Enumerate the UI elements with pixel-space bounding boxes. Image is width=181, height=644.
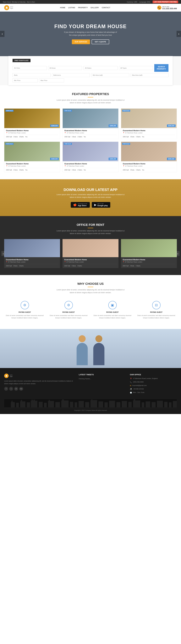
svg-rect-19 <box>79 401 84 408</box>
office-next-arrow[interactable]: › <box>176 251 180 256</box>
footer-about-col: CITY night Lorem ipsum dolor sit amet, c… <box>4 374 75 395</box>
status-dropdown[interactable]: All Status <box>83 66 118 70</box>
our-services-button[interactable]: OUR SERVICES <box>72 40 90 44</box>
svg-rect-35 <box>164 402 168 407</box>
property-meta: 2060 Sqft 3 Beds 3 Baths Yes <box>6 135 58 138</box>
svg-rect-2 <box>11 401 12 402</box>
hero-title: FIND YOUR DREAM HOUSE <box>54 24 127 30</box>
office-card-title: Guaranteed Modern Home <box>123 258 175 261</box>
nav-property[interactable]: PROPERTY <box>78 7 88 9</box>
svg-rect-24 <box>104 402 108 407</box>
why-icon-4: ⊟ <box>152 301 161 309</box>
office-prev-arrow[interactable]: ‹ <box>1 251 5 256</box>
max-price-dropdown[interactable]: Max Price <box>39 78 64 82</box>
office-card: Guaranteed Modern Home 📍 16 Tottenham Ro… <box>121 239 177 268</box>
social-facebook[interactable]: f <box>4 387 8 391</box>
language-selector[interactable]: Language: ENG <box>139 1 150 3</box>
person-left <box>77 335 88 365</box>
svg-rect-33 <box>152 402 156 407</box>
search-row-2: Beds Bathrooms Min Area (sqft) Max Area … <box>12 73 169 77</box>
office-card: Guaranteed Modern Home 📍 16 Tottenham Ro… <box>4 239 60 268</box>
beds: 3 Beds <box>72 265 76 267</box>
areas-dropdown[interactable]: All Areas <box>48 66 82 70</box>
nav-home[interactable]: HOME <box>60 7 65 9</box>
office-card-title: Guaranteed Modern Home <box>64 258 117 261</box>
sqft: 2060 Sqft <box>6 265 12 267</box>
office-card: Guaranteed Modern Home 📍 16 Tottenham Ro… <box>62 239 118 268</box>
office-card-title: Guaranteed Modern Home <box>6 258 58 261</box>
header-right: 📞 Call Us Now 111.222.333.444 <box>157 6 177 10</box>
appstore-text: Download on the App Store <box>78 203 87 206</box>
why-item: ⚙ PAYING GUEST Dolor sit amet consectetu… <box>4 298 45 322</box>
get-quote-button[interactable]: GET A QUOTE <box>92 40 109 44</box>
search-tab[interactable]: FIND YOUR PLACE <box>12 59 30 62</box>
hero-prev-arrow[interactable]: ‹ <box>0 31 4 37</box>
currency-selector[interactable]: Currency: USD <box>127 1 137 3</box>
for-sale-badge: FOR SALE <box>5 143 13 145</box>
hero-next-arrow[interactable]: › <box>177 31 181 37</box>
svg-rect-5 <box>21 400 22 402</box>
phone-number: 111.222.333.444 <box>162 8 177 10</box>
hero-buttons: OUR SERVICES GET A QUOTE <box>54 40 127 44</box>
parking: Yes <box>84 169 86 171</box>
svg-rect-36 <box>169 402 172 407</box>
baths: 3 Baths <box>77 265 82 267</box>
sqft: 2060 Sqft <box>6 169 12 171</box>
property-image: FOR SALE $389,000 <box>4 108 60 128</box>
svg-rect-26 <box>116 402 120 407</box>
property-card: FOR SALE $389,000 Guaranteed Modern Home… <box>62 108 118 139</box>
logo[interactable]: CITY night <box>4 5 13 10</box>
svg-rect-10 <box>39 402 43 407</box>
property-info: Guaranteed Modern Home 📍 16 Tottenham Ro… <box>4 161 60 172</box>
office-address: 📍 4 Tottenham Road London, England <box>130 378 177 380</box>
price-badge: $389,000 <box>50 158 59 160</box>
nav-gallery[interactable]: GALLERY <box>90 7 99 9</box>
office-subtitle: Lorem ipsum dolor sit amet, consectetur … <box>56 230 125 235</box>
property-meta: 2060 Sqft 3 Beds 2 Baths Yes <box>64 135 117 138</box>
top-bar-left: Open Hours: Monday to Saturday - 8am to … <box>3 1 35 3</box>
svg-rect-31 <box>142 402 144 407</box>
beds-dropdown[interactable]: Beds <box>12 73 50 77</box>
skyline-svg <box>4 399 177 408</box>
property-meta: 2060 Sqft 3 Beds 3 Baths Yes <box>123 135 175 138</box>
svg-rect-6 <box>27 402 30 407</box>
googleplay-name: Google play <box>97 204 108 206</box>
max-area-dropdown[interactable]: Max Area (sqft) <box>131 73 169 77</box>
nav-contact[interactable]: CONTACT <box>102 7 110 9</box>
parking: Yes <box>84 136 86 138</box>
fax-icon: 📠 <box>130 388 132 390</box>
social-rss[interactable]: rss <box>19 387 23 391</box>
types-dropdown[interactable]: All Types <box>119 66 153 70</box>
social-linkedin[interactable]: in <box>14 387 18 391</box>
app-section: Download Our Latest App Lorem ipsum dolo… <box>0 179 181 216</box>
clock-icon: 🕐 <box>130 392 132 394</box>
nav-listing[interactable]: LISTING <box>68 7 75 9</box>
office-info: Guaranteed Modern Home 📍 16 Tottenham Ro… <box>62 257 118 268</box>
price-badge: $389,000 <box>109 124 117 127</box>
googleplay-button[interactable]: ▶ GET IT ON Google play <box>92 202 110 208</box>
office-email: ✉ buymeal@gmail.com <box>130 384 177 387</box>
email-text: buymeal@gmail.com <box>132 384 147 386</box>
search-property-button[interactable]: SEARCHPROPERTY <box>154 64 169 72</box>
price-badge: $389,000 <box>50 124 59 127</box>
office-image <box>62 239 118 257</box>
hours-text: Mon - Sun: 9 am <box>133 392 144 393</box>
social-twitter[interactable]: t <box>9 387 13 391</box>
property-info: Guaranteed Modern Home 📍 16 Tottenham Ro… <box>63 128 118 139</box>
min-area-dropdown[interactable]: Min Area (sqft) <box>91 73 129 77</box>
office-meta: 2060 Sqft 3 Beds 3 Baths <box>6 264 58 267</box>
list-property-button[interactable]: LIST YOUR PROPERTY FOR FREE <box>153 0 178 3</box>
cities-dropdown[interactable]: All Cities <box>12 66 47 70</box>
svg-rect-27 <box>122 401 127 408</box>
why-item-text: Dolor sit amet consectetur sed diam nonu… <box>137 314 176 319</box>
svg-rect-37 <box>173 401 177 408</box>
svg-rect-21 <box>90 400 97 407</box>
googleplay-label: GET IT ON <box>97 203 108 204</box>
bathrooms-dropdown[interactable]: Bathrooms <box>52 73 90 77</box>
featured-subtitle: Lorem ipsum dolor sit amet, consectetur … <box>56 99 125 104</box>
min-price-dropdown[interactable]: Min Price <box>12 78 38 82</box>
appstore-button[interactable]: 🍎 Download on the App Store <box>71 202 90 208</box>
app-title: Download Our Latest App <box>4 188 177 192</box>
logo-icon <box>4 5 9 10</box>
footer-logo-icon <box>4 374 9 378</box>
